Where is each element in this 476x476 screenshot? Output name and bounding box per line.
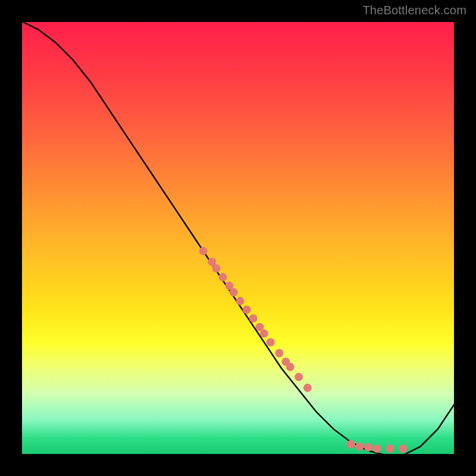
highlight-dot [347, 440, 355, 449]
plot-frame [21, 21, 455, 455]
chart-stage: TheBottleneck.com [0, 0, 476, 476]
highlight-dot [364, 443, 372, 452]
highlight-dot [212, 264, 221, 273]
highlight-dot [243, 305, 251, 314]
highlight-dot [355, 442, 364, 450]
highlight-dot [286, 363, 295, 371]
highlighted-dots-group [199, 247, 408, 453]
highlight-dot [386, 444, 394, 453]
highlight-dot [218, 273, 227, 281]
highlight-dot [275, 349, 283, 357]
chart-svg [21, 21, 455, 455]
highlight-dot [303, 384, 312, 392]
curve-line [21, 21, 455, 455]
highlight-dot [230, 288, 238, 296]
highlight-dot [260, 330, 268, 338]
highlight-dot [399, 444, 407, 453]
highlight-dot [295, 373, 303, 381]
watermark-text: TheBottleneck.com [362, 4, 466, 17]
highlight-dot [249, 314, 258, 322]
highlight-dot [236, 297, 245, 305]
highlight-dot [373, 444, 381, 453]
highlight-dot [199, 247, 208, 255]
bottleneck-curve-path [21, 21, 455, 455]
highlight-dot [267, 338, 275, 346]
